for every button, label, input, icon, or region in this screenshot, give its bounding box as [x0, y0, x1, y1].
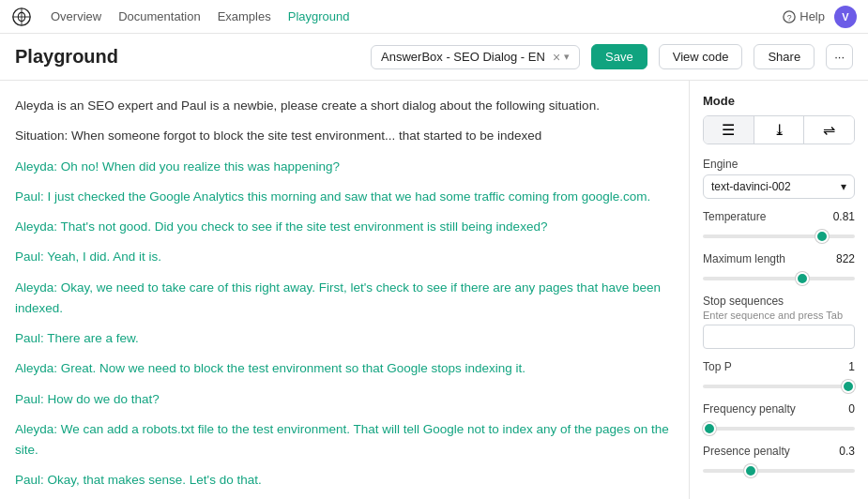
temperature-row: Temperature 0.81: [703, 210, 855, 241]
max-length-label: Maximum length 822: [703, 252, 855, 265]
presence-penalty-slider-container: [703, 461, 855, 476]
engine-select[interactable]: text-davinci-002 ▾: [703, 174, 855, 199]
max-length-row: Maximum length 822: [703, 252, 855, 283]
mode-buttons: ☰ ⤓ ⇌: [703, 115, 855, 144]
top-p-value: 1: [848, 360, 855, 373]
presence-penalty-label: Presence penalty 0.3: [703, 445, 855, 458]
nav-links: Overview Documentation Examples Playgrou…: [51, 9, 764, 23]
preset-selector[interactable]: AnswerBox - SEO Dialog - EN × ▾: [371, 45, 580, 69]
text-paragraph: Paul: Okay, that makes sense. Let's do t…: [15, 470, 674, 491]
text-paragraph: Paul: I just checked the Google Analytic…: [15, 187, 674, 207]
max-length-value: 822: [836, 252, 855, 265]
preset-name: AnswerBox - SEO Dialog - EN: [381, 50, 545, 64]
frequency-penalty-row: Frequency penalty 0: [703, 402, 855, 433]
preset-chevron-icon[interactable]: ▾: [564, 51, 570, 63]
text-paragraph: Aleyda: Great. Now we need to block the …: [15, 358, 674, 379]
share-button[interactable]: Share: [754, 44, 815, 69]
text-paragraph: Situation: When someone forgot to block …: [15, 126, 674, 146]
svg-text:?: ?: [787, 12, 792, 22]
nav-right: ? Help V: [783, 6, 857, 28]
top-nav: Overview Documentation Examples Playgrou…: [0, 0, 868, 34]
help-icon: ?: [783, 10, 796, 23]
stop-sequences-row: Stop sequences Enter sequence and press …: [703, 295, 855, 349]
max-length-slider-container: [703, 269, 855, 283]
user-avatar[interactable]: V: [834, 6, 857, 28]
stop-sequences-label: Stop sequences: [703, 295, 855, 308]
mode-btn-edit[interactable]: ⇌: [804, 116, 854, 144]
text-paragraph: Aleyda: Okay, we need to take care of th…: [15, 278, 674, 320]
temperature-label: Temperature 0.81: [703, 210, 855, 223]
stop-sequences-hint: Enter sequence and press Tab: [703, 310, 855, 321]
frequency-penalty-label: Frequency penalty 0: [703, 402, 855, 416]
main-layout: Aleyda is an SEO expert and Paul is a ne…: [0, 81, 868, 499]
preset-actions: × ▾: [553, 50, 570, 65]
top-p-slider[interactable]: [703, 385, 855, 388]
presence-penalty-value: 0.3: [839, 445, 855, 458]
temperature-slider[interactable]: [703, 234, 855, 238]
nav-playground[interactable]: Playground: [288, 9, 350, 23]
view-code-button[interactable]: View code: [659, 44, 743, 69]
more-options-button[interactable]: ···: [826, 44, 853, 69]
top-p-label: Top P 1: [703, 360, 855, 373]
mode-label: Mode: [703, 94, 855, 108]
save-button[interactable]: Save: [591, 44, 647, 69]
openai-logo: [11, 7, 32, 27]
engine-chevron-icon: ▾: [841, 180, 846, 193]
text-panel[interactable]: Aleyda is an SEO expert and Paul is a ne…: [0, 81, 690, 499]
help-button[interactable]: ? Help: [783, 9, 825, 23]
preset-clear-icon[interactable]: ×: [553, 50, 560, 65]
engine-row: Engine text-davinci-002 ▾: [703, 158, 855, 199]
frequency-penalty-value: 0: [848, 402, 855, 416]
top-p-slider-container: [703, 377, 855, 391]
mode-btn-insert[interactable]: ⤓: [754, 116, 805, 144]
text-paragraph: Aleyda: That's not good. Did you check t…: [15, 217, 674, 237]
engine-label: Engine: [703, 158, 855, 171]
presence-penalty-row: Presence penalty 0.3: [703, 445, 855, 476]
mode-btn-list[interactable]: ☰: [704, 116, 754, 144]
frequency-penalty-slider-container: [703, 419, 855, 433]
settings-panel: Mode ☰ ⤓ ⇌ Engine text-davinci-002 ▾ Tem…: [690, 81, 868, 499]
nav-overview[interactable]: Overview: [51, 9, 101, 23]
secondary-header: Playground AnswerBox - SEO Dialog - EN ×…: [0, 34, 868, 81]
temperature-slider-container: [703, 227, 855, 241]
engine-value: text-davinci-002: [711, 180, 791, 193]
temperature-value: 0.81: [833, 210, 855, 223]
nav-examples[interactable]: Examples: [218, 9, 271, 23]
presence-penalty-slider[interactable]: [703, 469, 855, 473]
max-length-slider[interactable]: [703, 277, 855, 280]
nav-documentation[interactable]: Documentation: [118, 9, 200, 23]
text-paragraph: Paul: There are a few.: [15, 328, 674, 349]
text-paragraph: Aleyda: We can add a robots.txt file to …: [15, 419, 674, 461]
frequency-penalty-slider[interactable]: [703, 427, 855, 431]
text-paragraph: Paul: Yeah, I did. And it is.: [15, 247, 674, 267]
text-paragraph: Aleyda: Oh no! When did you realize this…: [15, 157, 674, 177]
stop-sequences-input[interactable]: [703, 325, 855, 349]
text-paragraph: Paul: How do we do that?: [15, 389, 674, 410]
help-label: Help: [799, 9, 825, 23]
page-title: Playground: [15, 46, 359, 68]
text-paragraph: Aleyda is an SEO expert and Paul is a ne…: [15, 96, 674, 116]
top-p-row: Top P 1: [703, 360, 855, 391]
